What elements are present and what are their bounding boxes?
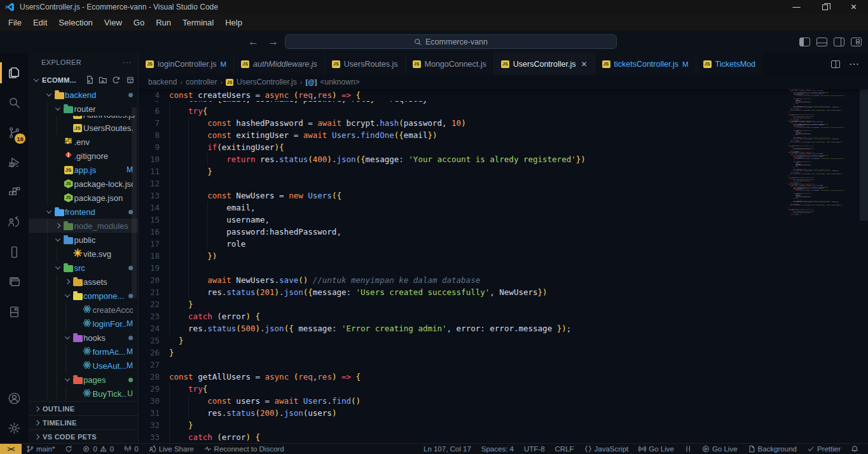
forward-button[interactable]: →: [268, 36, 279, 48]
activity-source-control-icon[interactable]: 16: [0, 118, 29, 148]
toggle-panel-icon[interactable]: [816, 38, 827, 46]
tab-ticketscontroller-js[interactable]: JSticketsController.jsM: [595, 53, 696, 75]
tab-usersroutes-js[interactable]: JSUsersRoutes.js: [325, 53, 406, 75]
customize-layout-icon[interactable]: [851, 38, 862, 46]
close-tab-icon[interactable]: ✕: [581, 60, 587, 69]
menu-go[interactable]: Go: [128, 16, 150, 29]
tree-folder-router[interactable]: router: [29, 102, 138, 116]
tree-file-createaccoun-[interactable]: createAccoun...: [29, 303, 138, 317]
tree-file-package-json[interactable]: JSpackage.json: [29, 191, 138, 205]
refresh-icon[interactable]: [112, 75, 121, 85]
tree-file-loginfor-[interactable]: loginFor...M: [29, 317, 138, 331]
status-braces[interactable]: JavaScript: [580, 445, 633, 453]
back-button[interactable]: ←: [248, 36, 259, 48]
status-spaces-4[interactable]: Spaces: 4: [477, 445, 518, 453]
code-editor[interactable]: 4const createUsers = async (req,res) => …: [139, 89, 868, 443]
status-pulse[interactable]: Reconnect to Discord: [200, 445, 289, 453]
minimize-button[interactable]: —: [782, 0, 811, 14]
new-file-icon[interactable]: [85, 75, 94, 85]
tab-userscontroller-js[interactable]: JSUsersController.js✕: [494, 53, 595, 75]
editor-scrollbar[interactable]: [860, 89, 868, 221]
breadcrumb-item[interactable]: controller: [186, 78, 217, 86]
section-chevron-icon[interactable]: [31, 78, 41, 82]
tree-file--gitignore[interactable]: .gitignore: [29, 149, 138, 163]
breadcrumb-item[interactable]: <unknown>: [320, 78, 360, 86]
breadcrumb-item[interactable]: backend: [148, 78, 177, 86]
tree-folder-frontend[interactable]: frontend: [29, 205, 138, 219]
explorer-more-actions-icon[interactable]: ···: [123, 58, 132, 66]
tree-file-authroutes-js[interactable]: JSAuthRoutes.js: [29, 116, 138, 121]
tree-file-app-js[interactable]: JSapp.jsM: [29, 163, 138, 177]
restore-button[interactable]: [811, 0, 839, 14]
menu-view[interactable]: View: [99, 16, 128, 29]
tree-file-usersroutes-js[interactable]: JSUsersRoutes.js: [29, 121, 138, 135]
menu-file[interactable]: File: [3, 16, 27, 29]
tree-file-buytick-[interactable]: BuyTick...U: [29, 387, 138, 401]
status-errors-warnings[interactable]: 00: [78, 445, 118, 453]
tree-folder-assets[interactable]: assets: [29, 275, 138, 289]
tree-folder-backend[interactable]: backend: [29, 88, 138, 102]
status-crlf[interactable]: CRLF: [551, 445, 579, 453]
tree-folder-compone-[interactable]: compone...: [29, 289, 138, 303]
tab-mongoconnect-js[interactable]: JSMongoConnect.js: [406, 53, 494, 75]
activity-mobile-preview-icon[interactable]: [0, 237, 29, 267]
menu-terminal[interactable]: Terminal: [177, 16, 219, 29]
workspace-section-label[interactable]: ECOMM...: [42, 76, 76, 84]
activity-explorer-icon[interactable]: [0, 58, 29, 88]
new-folder-icon[interactable]: [99, 75, 107, 85]
status-utf-8[interactable]: UTF-8: [520, 445, 549, 453]
status-play-circle[interactable]: Go Live: [698, 445, 742, 453]
toggle-sidebar-icon[interactable]: [799, 38, 810, 46]
tree-file-useaut-[interactable]: UseAut...M: [29, 359, 138, 373]
section-vs-code-pets[interactable]: VS CODE PETS: [29, 429, 138, 443]
tree-file-vite-svg[interactable]: ✳vite.svg: [29, 247, 138, 261]
command-center-search[interactable]: Ecommerce-vann: [285, 34, 617, 49]
tree-folder-src[interactable]: src: [29, 261, 138, 275]
sidebar-scrollbar[interactable]: [132, 107, 137, 298]
tree-file-formac-[interactable]: formAc...M: [29, 345, 138, 359]
breadcrumb-item[interactable]: UsersController.js: [237, 78, 297, 86]
line-content: }: [169, 298, 193, 310]
activity-account-icon[interactable]: [0, 383, 29, 413]
tab-authmiddleware-js[interactable]: JSauthMiddleware.js: [234, 53, 325, 75]
menu-edit[interactable]: Edit: [27, 16, 53, 29]
activity-search-icon[interactable]: [0, 88, 29, 118]
tree-folder-node-modules[interactable]: node_modules: [29, 219, 138, 233]
tree-file--env[interactable]: .env: [29, 135, 138, 149]
tree-folder-hooks[interactable]: hooks: [29, 331, 138, 345]
section-timeline[interactable]: TIMELINE: [29, 415, 138, 429]
status-check[interactable]: Prettier: [803, 445, 845, 453]
tab-logincontroller-js[interactable]: JSloginController.jsM: [139, 53, 234, 75]
status-file[interactable]: Background: [743, 445, 801, 453]
tree-folder-pages[interactable]: pages: [29, 373, 138, 387]
more-actions-icon[interactable]: ⋯: [849, 58, 859, 70]
activity-notebook-icon[interactable]: [0, 297, 29, 327]
toggle-secondary-sidebar-icon[interactable]: [834, 38, 844, 46]
remote-indicator[interactable]: ><: [0, 444, 22, 454]
activity-extensions-icon[interactable]: [0, 177, 29, 207]
menu-selection[interactable]: Selection: [53, 16, 98, 29]
status-bell[interactable]: [846, 445, 863, 453]
menu-help[interactable]: Help: [219, 16, 248, 29]
activity-run-debug-icon[interactable]: [0, 148, 29, 177]
status-branch[interactable]: main*: [22, 445, 59, 453]
status-broadcast-tower[interactable]: 0: [120, 445, 142, 453]
status-broadcast[interactable]: Go Live: [634, 445, 679, 453]
activity-browser-preview-icon[interactable]: [0, 267, 29, 297]
section-outline[interactable]: OUTLINE: [29, 401, 138, 415]
status-ln-107-col-17[interactable]: Ln 107, Col 17: [419, 445, 476, 453]
collapse-all-icon[interactable]: [125, 75, 134, 85]
split-editor-icon[interactable]: [831, 60, 840, 68]
tree-item-label: formAc...: [93, 347, 126, 357]
close-button[interactable]: ✕: [839, 0, 868, 14]
minimap[interactable]: const createUsers = async (req,res) => {…: [788, 89, 859, 228]
menu-run[interactable]: Run: [150, 16, 177, 29]
status-sync[interactable]: [60, 445, 77, 453]
activity-live-share-icon[interactable]: [0, 207, 29, 237]
tab-ticketsmod[interactable]: JSTicketsMod: [696, 53, 762, 75]
tree-folder-public[interactable]: public: [29, 233, 138, 247]
status-extension-status[interactable]: [680, 445, 696, 453]
activity-settings-icon[interactable]: [0, 413, 29, 443]
tree-file-package-lock-json[interactable]: JSpackage-lock.json: [29, 177, 138, 191]
status-live-share[interactable]: Live Share: [144, 445, 198, 453]
